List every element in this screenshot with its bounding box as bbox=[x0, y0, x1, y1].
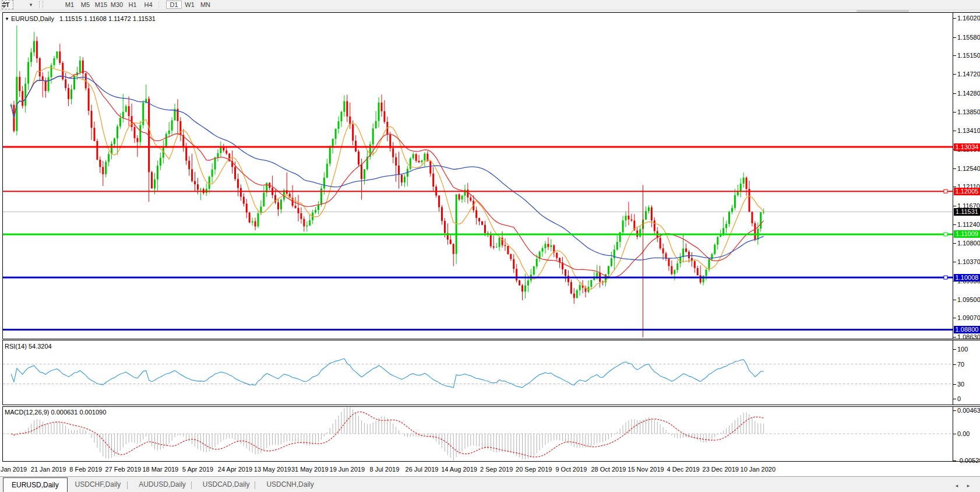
line-handle[interactable] bbox=[944, 189, 947, 193]
timeframe-toolbar: T ▾ M1M5M15M30H1H4D1W1MN bbox=[0, 0, 980, 10]
chart-tab-usdchf[interactable]: USDCHF,Daily bbox=[67, 479, 129, 491]
price-tick: 1.14720 bbox=[957, 71, 980, 78]
timeframe-button-m15[interactable]: M15 bbox=[93, 1, 109, 9]
tab-divider bbox=[191, 482, 192, 489]
date-tick: 31 May 2019 bbox=[291, 466, 329, 473]
timeframe-button-h4[interactable]: H4 bbox=[140, 1, 156, 9]
date-tick: 8 Feb 2019 bbox=[69, 466, 102, 473]
level-price-label: 1.10008 bbox=[954, 274, 980, 282]
macd-scale-tick: 0.00463 bbox=[957, 407, 980, 414]
tab-divider bbox=[127, 482, 128, 489]
timeframe-button-m5[interactable]: M5 bbox=[77, 1, 93, 9]
timeframe-button-m30[interactable]: M30 bbox=[109, 1, 125, 9]
line-handle[interactable] bbox=[944, 276, 947, 279]
tabs-scroll-left-icon[interactable]: ◂ bbox=[953, 482, 960, 489]
price-tick: 1.13850 bbox=[957, 108, 980, 116]
price-tick: 1.10800 bbox=[957, 240, 980, 247]
date-tick: 2 Sep 2019 bbox=[480, 466, 513, 473]
timeframe-button-m1[interactable]: M1 bbox=[62, 1, 77, 9]
date-tick: 19 Jun 2019 bbox=[330, 466, 365, 473]
price-tick: 1.15150 bbox=[957, 52, 980, 59]
timeframe-buttons: M1M5M15M30H1H4D1W1MN bbox=[62, 1, 213, 9]
rsi-scale-tick: 0 bbox=[957, 395, 980, 403]
timeframe-button-h1[interactable]: H1 bbox=[125, 1, 140, 9]
main-price-pane[interactable] bbox=[0, 12, 980, 339]
macd-scale-tick: -0.005299 bbox=[957, 457, 980, 465]
macd-pane[interactable] bbox=[0, 406, 980, 462]
price-tick: 1.13410 bbox=[957, 127, 980, 135]
tab-divider bbox=[255, 482, 255, 489]
level-price-label: 1.08800 bbox=[954, 326, 980, 333]
date-tick: 13 May 2019 bbox=[254, 466, 291, 473]
date-tick: 28 Oct 2019 bbox=[591, 466, 626, 473]
date-tick: 5 Apr 2019 bbox=[182, 466, 213, 473]
chart-title: ▼ EURUSD,Daily 1.11515 1.11608 1.11472 1… bbox=[5, 15, 156, 22]
macd-label: MACD(12,26,9) 0.000631 0.001090 bbox=[5, 409, 106, 416]
date-tick: 2 Jan 2019 bbox=[0, 466, 27, 473]
price-tick: 1.16020 bbox=[957, 15, 980, 22]
date-tick: 27 Feb 2019 bbox=[105, 466, 141, 473]
date-tick: 21 Jan 2019 bbox=[31, 466, 66, 473]
date-tick: 26 Jul 2019 bbox=[406, 466, 439, 473]
chart-tab-eurusd[interactable]: EURUSD,Daily bbox=[3, 477, 68, 492]
level-price-label: 1.13034 bbox=[954, 143, 980, 151]
chart-tab-usdcnh[interactable]: USDCNH,Daily bbox=[258, 479, 322, 491]
date-tick: 15 Nov 2019 bbox=[628, 466, 664, 473]
date-tick: 9 Oct 2019 bbox=[555, 466, 587, 473]
date-tick: 20 Sep 2019 bbox=[516, 466, 552, 473]
toolbar-separator bbox=[158, 1, 164, 8]
ohlc-values: 1.11515 1.11608 1.11472 1.11531 bbox=[59, 15, 156, 22]
macd-scale-tick: 0.00 bbox=[957, 430, 980, 438]
rsi-scale-tick: 100 bbox=[957, 346, 980, 353]
timeframe-button-d1[interactable]: D1 bbox=[166, 1, 182, 9]
chart-tab-bar: ◂ ▸ EURUSD,DailyUSDCHF,DailyAUDUSD,Daily… bbox=[0, 476, 980, 492]
price-tick: 1.09500 bbox=[957, 296, 980, 304]
price-tick: 1.09070 bbox=[957, 314, 980, 322]
timeframe-button-w1[interactable]: W1 bbox=[182, 1, 198, 9]
price-tick: 1.08630 bbox=[957, 333, 980, 341]
date-tick: 4 Dec 2019 bbox=[667, 466, 699, 473]
collapse-triangle-icon[interactable]: ▼ bbox=[5, 16, 9, 22]
price-tick: 1.10370 bbox=[957, 258, 980, 266]
price-tick: 1.12540 bbox=[957, 165, 980, 173]
rsi-label: RSI(14) 54.3204 bbox=[5, 343, 52, 350]
chart-tab-audusd[interactable]: AUDUSD,Daily bbox=[131, 479, 194, 491]
rsi-scale-tick: 70 bbox=[957, 361, 980, 368]
rsi-scale-tick: 30 bbox=[957, 381, 980, 388]
level-price-label: 1.12005 bbox=[954, 188, 980, 195]
chart-tab-usdcad[interactable]: USDCAD,Daily bbox=[195, 479, 258, 491]
timeframe-button-mn[interactable]: MN bbox=[198, 1, 213, 9]
level-price-label: 1.11009 bbox=[954, 230, 980, 238]
toolbar-separator bbox=[39, 1, 43, 8]
line-handle[interactable] bbox=[944, 233, 947, 236]
current-price-label: 1.11531 bbox=[954, 208, 980, 216]
tabs-scroll-right-icon[interactable]: ▸ bbox=[965, 482, 972, 489]
date-tick: 23 Dec 2019 bbox=[703, 466, 739, 473]
tool-dropdown-caret-icon[interactable]: ▾ bbox=[27, 1, 34, 9]
date-tick: 10 Jan 2020 bbox=[741, 466, 776, 473]
date-tick: 24 Apr 2019 bbox=[218, 466, 252, 473]
date-tick: 14 Aug 2019 bbox=[441, 466, 477, 473]
rsi-pane[interactable] bbox=[0, 340, 980, 405]
date-tick: 8 Jul 2019 bbox=[370, 466, 400, 473]
price-tick: 1.14280 bbox=[957, 90, 980, 97]
cursor-arrows-icon[interactable] bbox=[16, 1, 27, 9]
price-tick: 1.15580 bbox=[957, 34, 980, 41]
price-tick: 1.11240 bbox=[957, 221, 980, 229]
date-tick: 18 Mar 2019 bbox=[142, 466, 178, 473]
cursor-arrows-glyph bbox=[0, 1, 8, 8]
mt4-chart-window: T ▾ M1M5M15M30H1H4D1W1MN ▼ EURUSD,Daily … bbox=[0, 0, 980, 492]
symbol-period-label: EURUSD,Daily bbox=[11, 15, 54, 22]
